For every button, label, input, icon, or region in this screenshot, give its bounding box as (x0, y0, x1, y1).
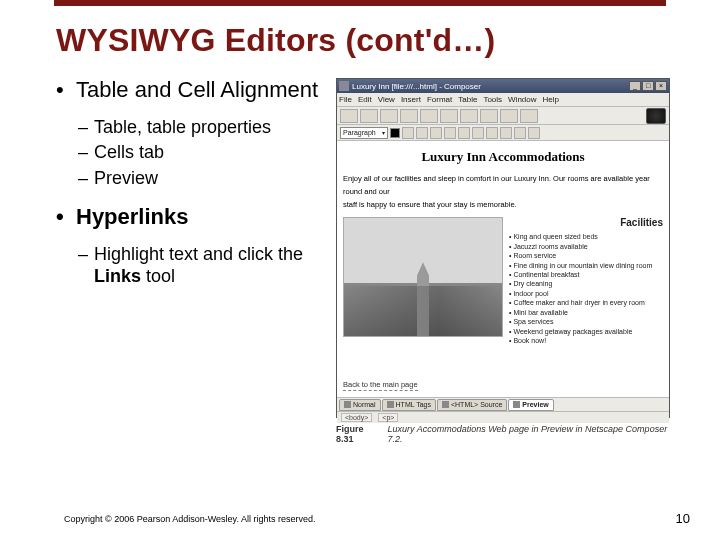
tab-htmltags-label: HTML Tags (396, 401, 431, 408)
menu-edit[interactable]: Edit (358, 95, 372, 104)
tab-source[interactable]: <HTML> Source (437, 399, 507, 411)
sub-bullet-cells-tab: Cells tab (56, 142, 336, 164)
menu-format[interactable]: Format (427, 95, 452, 104)
tab-normal-icon (344, 401, 351, 408)
maximize-button[interactable]: □ (642, 81, 654, 91)
sub-bullets-alignment: Table, table properties Cells tab Previe… (56, 117, 336, 190)
color-swatch[interactable] (390, 128, 400, 138)
toolbar-format: Paragraph (337, 125, 669, 141)
menubar: File Edit View Insert Format Table Tools… (337, 93, 669, 107)
sub-bullet-highlight-links: Highlight text and click the Links tool (56, 244, 336, 287)
links-text-post: tool (141, 266, 175, 286)
figure-number: Figure 8.31 (336, 424, 382, 444)
tab-source-label: <HTML> Source (451, 401, 502, 408)
sub-bullet-table-properties: Table, table properties (56, 117, 336, 139)
netscape-icon (646, 108, 666, 124)
tool-publish-icon[interactable] (400, 109, 418, 123)
copyright-text: Copyright © 2006 Pearson Addison-Wesley.… (64, 514, 315, 524)
tab-source-icon (442, 401, 449, 408)
tool-browse-icon[interactable] (420, 109, 438, 123)
view-tabs: Normal HTML Tags <HTML> Source Preview (337, 397, 669, 411)
status-body: <body> (341, 413, 372, 422)
italic-button[interactable] (416, 127, 428, 139)
list-ul-button[interactable] (444, 127, 456, 139)
tool-new-icon[interactable] (340, 109, 358, 123)
tool-link-icon[interactable] (460, 109, 478, 123)
menu-view[interactable]: View (378, 95, 395, 104)
toolbar-main (337, 107, 669, 125)
slide-title: WYSIWYG Editors (cont'd…) (56, 22, 495, 59)
facility-item: Indoor pool (509, 289, 663, 298)
close-button[interactable]: × (655, 81, 667, 91)
figure-caption: Figure 8.31 Luxury Accommodations Web pa… (336, 424, 672, 444)
facility-item: Weekend getaway packages available (509, 327, 663, 336)
bullet-table-alignment: Table and Cell Alignment (56, 78, 336, 103)
tool-table-icon[interactable] (500, 109, 518, 123)
facility-item: King and queen sized beds (509, 232, 663, 241)
tab-normal[interactable]: Normal (339, 399, 381, 411)
tab-html-tags[interactable]: HTML Tags (382, 399, 436, 411)
menu-table[interactable]: Table (458, 95, 477, 104)
underline-button[interactable] (430, 127, 442, 139)
figure-caption-text: Luxury Accommodations Web page in Previe… (388, 424, 673, 444)
align-center-button[interactable] (514, 127, 526, 139)
facility-item: Coffee maker and hair dryer in every roo… (509, 298, 663, 307)
facility-item: Continental breakfast (509, 270, 663, 279)
inn-photo (343, 217, 503, 337)
tool-print-icon[interactable] (440, 109, 458, 123)
facility-item: Spa services (509, 317, 663, 326)
menu-window[interactable]: Window (508, 95, 536, 104)
bold-button[interactable] (402, 127, 414, 139)
tab-htmltags-icon (387, 401, 394, 408)
facility-item: Fine dining in our mountain view dining … (509, 261, 663, 270)
menu-file[interactable]: File (339, 95, 352, 104)
accent-bar (54, 0, 666, 6)
page-number: 10 (676, 511, 690, 526)
status-p: <p> (378, 413, 398, 422)
status-bar: <body> <p> (337, 411, 669, 423)
sub-bullet-preview: Preview (56, 168, 336, 190)
facility-item: Book now! (509, 336, 663, 345)
links-text-bold: Links (94, 266, 141, 286)
menu-insert[interactable]: Insert (401, 95, 421, 104)
facilities-heading: Facilities (509, 217, 663, 228)
figure-screenshot: Luxury Inn [file:///...html] - Composer … (336, 78, 672, 458)
align-left-button[interactable] (500, 127, 512, 139)
page-body: Facilities King and queen sized beds Jac… (343, 217, 663, 345)
composer-window: Luxury Inn [file:///...html] - Composer … (336, 78, 670, 418)
tab-preview-label: Preview (522, 401, 548, 408)
page-heading: Luxury Inn Accommodations (343, 149, 663, 165)
window-title: Luxury Inn [file:///...html] - Composer (352, 82, 628, 91)
indent-button[interactable] (486, 127, 498, 139)
menu-help[interactable]: Help (543, 95, 559, 104)
tab-normal-label: Normal (353, 401, 376, 408)
slide-body: Table and Cell Alignment Table, table pr… (56, 78, 336, 303)
facility-item: Mini bar available (509, 308, 663, 317)
tool-image-icon[interactable] (480, 109, 498, 123)
tool-open-icon[interactable] (360, 109, 378, 123)
paragraph-dropdown[interactable]: Paragraph (340, 127, 388, 139)
page-intro-line1: Enjoy all of our facilities and sleep in… (343, 173, 663, 199)
editor-canvas[interactable]: Luxury Inn Accommodations Enjoy all of o… (337, 141, 669, 397)
tool-save-icon[interactable] (380, 109, 398, 123)
facility-item: Dry cleaning (509, 279, 663, 288)
page-intro-line2: staff is happy to ensure that your stay … (343, 199, 663, 212)
bullet-hyperlinks: Hyperlinks (56, 205, 336, 230)
tab-preview-icon (513, 401, 520, 408)
titlebar: Luxury Inn [file:///...html] - Composer … (337, 79, 669, 93)
facility-item: Jacuzzi rooms available (509, 242, 663, 251)
facility-item: Room service (509, 251, 663, 260)
tab-preview[interactable]: Preview (508, 399, 553, 411)
list-ol-button[interactable] (458, 127, 470, 139)
tool-spell-icon[interactable] (520, 109, 538, 123)
outdent-button[interactable] (472, 127, 484, 139)
minimize-button[interactable]: _ (629, 81, 641, 91)
app-icon (339, 81, 349, 91)
links-text-pre: Highlight text and click the (94, 244, 303, 264)
paragraph-dropdown-label: Paragraph (343, 129, 376, 136)
facilities-column: Facilities King and queen sized beds Jac… (509, 217, 663, 345)
back-link[interactable]: Back to the main page (343, 380, 418, 391)
sub-bullets-hyperlinks: Highlight text and click the Links tool (56, 244, 336, 287)
align-right-button[interactable] (528, 127, 540, 139)
menu-tools[interactable]: Tools (483, 95, 502, 104)
